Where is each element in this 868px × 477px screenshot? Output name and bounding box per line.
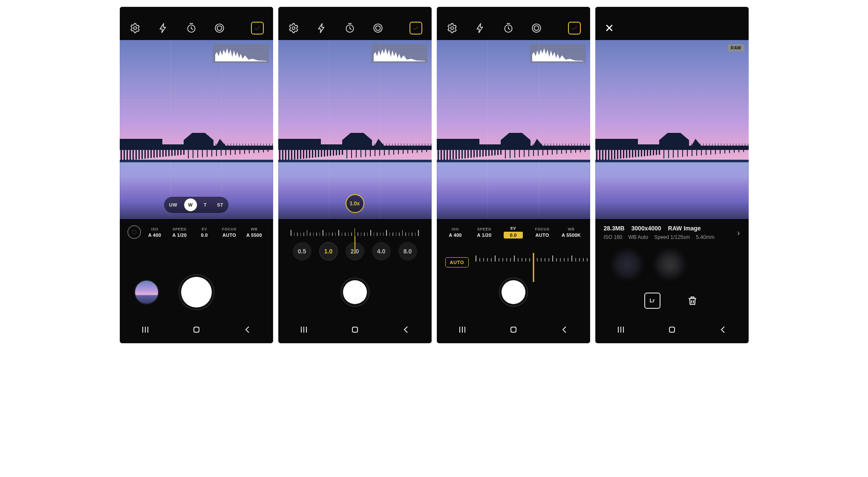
reset-button[interactable] [127,225,141,239]
nav-back-icon[interactable] [401,324,412,335]
svg-rect-122 [407,148,408,153]
svg-rect-58 [216,144,216,146]
svg-rect-61 [225,144,225,146]
lens-option-w[interactable]: W [184,198,197,211]
zoom-stop-0-5[interactable]: 0.5 [293,242,311,261]
nav-recents-icon[interactable] [615,324,626,335]
edit-lightroom-button[interactable]: Lr [644,293,660,309]
android-navbar [278,319,432,340]
svg-rect-257 [644,149,645,156]
svg-rect-231 [577,144,578,146]
nav-back-icon[interactable] [559,324,570,335]
nav-recents-icon[interactable] [298,324,309,335]
param-ev[interactable]: EV 0.0 [502,226,525,238]
shutter-button[interactable] [181,277,212,307]
nav-home-icon[interactable] [508,324,519,335]
param-iso[interactable]: ISO A 400 [444,227,467,238]
svg-rect-96 [306,149,307,158]
zoom-ruler[interactable] [291,223,419,236]
histogram-toggle-icon[interactable] [251,22,264,34]
svg-rect-213 [524,144,524,146]
param-iso[interactable]: ISO A 400 [144,227,166,238]
svg-rect-62 [228,144,228,146]
flash-icon[interactable] [157,22,169,34]
zoom-stop-1-0[interactable]: 1.0 [319,242,338,261]
settings-icon[interactable] [446,22,458,34]
viewfinder[interactable]: RAW [595,40,749,219]
svg-rect-152 [419,144,419,146]
param-wb[interactable]: WB A 5500 [243,227,265,238]
svg-rect-90 [288,149,289,160]
timer-icon[interactable] [185,22,197,34]
histogram-toggle-icon[interactable] [568,22,581,34]
close-icon[interactable]: ✕ [605,23,614,34]
svg-rect-117 [384,148,385,155]
param-focus[interactable]: FOCUS AUTO [218,227,240,238]
nav-home-icon[interactable] [349,324,360,335]
svg-rect-172 [456,149,457,159]
chevron-right-icon[interactable]: › [737,228,740,238]
histogram-toggle-icon[interactable] [409,22,422,34]
nav-recents-icon[interactable] [140,324,151,335]
svg-rect-40 [235,148,236,155]
svg-rect-223 [554,144,554,146]
svg-rect-256 [641,149,642,157]
lens-option-uw[interactable]: UW [166,200,181,210]
metering-icon[interactable] [531,22,542,34]
svg-rect-64 [234,144,234,146]
svg-rect-217 [536,144,536,146]
timer-icon[interactable] [344,22,356,34]
timer-icon[interactable] [502,22,514,34]
shutter-button[interactable] [343,280,367,304]
svg-rect-190 [514,148,515,158]
param-wb[interactable]: WB A 5500K [560,227,583,238]
lens-option-t[interactable]: T [200,200,210,210]
nav-recents-icon[interactable] [457,324,468,335]
svg-rect-242 [599,149,600,161]
gallery-thumbnail[interactable] [134,280,159,305]
svg-rect-125 [421,148,422,152]
nav-home-icon[interactable] [191,324,202,335]
param-iso-label: ISO [151,227,158,231]
viewfinder[interactable]: UWWTST [120,40,273,219]
metering-icon[interactable] [372,22,384,34]
svg-rect-196 [542,148,543,155]
ev-auto-chip[interactable]: AUTO [445,257,469,267]
lens-option-st[interactable]: ST [213,200,227,210]
param-focus[interactable]: FOCUS AUTO [531,227,554,238]
flash-icon[interactable] [474,22,486,34]
nav-back-icon[interactable] [242,324,253,335]
zoom-stop-8-0[interactable]: 8.0 [398,242,417,261]
svg-rect-88 [282,149,283,161]
svg-rect-238 [595,139,638,145]
param-speed[interactable]: SPEED A 1/20 [473,227,496,238]
shutter-button[interactable] [502,280,525,304]
svg-rect-72 [257,144,258,146]
svg-rect-22 [162,149,164,157]
lens-selector[interactable]: UWWTST [164,197,229,213]
zoom-stop-4-0[interactable]: 4.0 [372,242,391,261]
ev-ruler[interactable] [476,253,590,272]
svg-rect-18 [150,149,152,158]
svg-rect-102 [324,149,325,157]
settings-icon[interactable] [129,22,141,34]
zoom-indicator[interactable]: 1.0x [346,194,364,213]
svg-rect-16 [144,149,146,158]
param-ev[interactable]: EV 0.0 [193,227,216,238]
svg-rect-33 [202,148,203,157]
svg-rect-311 [669,327,675,332]
screen-review: ✕ RAW 28.3MB 3000x4 [595,7,749,343]
flash-icon[interactable] [316,22,328,34]
delete-button[interactable] [685,293,700,308]
settings-icon[interactable] [288,22,300,34]
svg-rect-149 [410,144,410,146]
nav-home-icon[interactable] [666,324,678,335]
viewfinder[interactable]: 1.0x [278,40,432,219]
viewfinder[interactable] [437,40,590,219]
nav-back-icon[interactable] [718,324,729,335]
svg-rect-41 [239,148,240,154]
svg-rect-20 [156,149,158,158]
param-speed[interactable]: SPEED A 1/20 [168,227,190,238]
svg-rect-78 [194,327,199,332]
metering-icon[interactable] [213,22,225,34]
